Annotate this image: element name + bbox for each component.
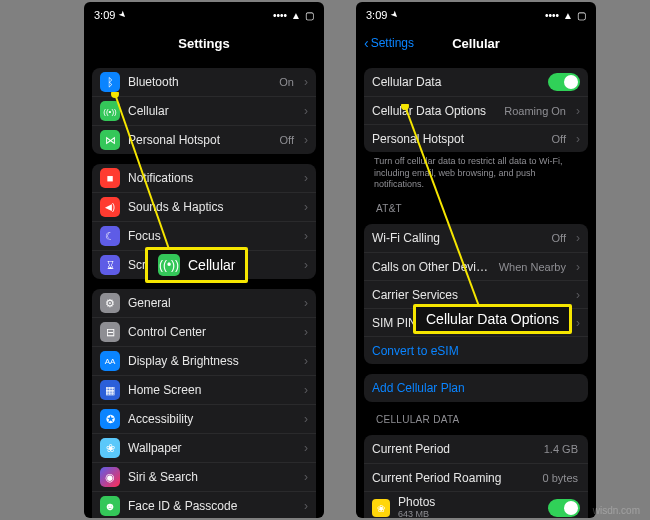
battery-icon: ▢ <box>305 10 314 21</box>
row-calls-other[interactable]: Calls on Other Devices When Nearby › <box>364 252 588 280</box>
signal-icon: •••• <box>273 10 287 21</box>
location-icon: ➤ <box>117 9 130 22</box>
chevron-right-icon: › <box>304 258 308 272</box>
group-att: Wi-Fi Calling Off › Calls on Other Devic… <box>364 224 588 364</box>
cellular-list[interactable]: Cellular Data Cellular Data Options Roam… <box>356 58 596 518</box>
row-personal-hotspot[interactable]: ⋈ Personal Hotspot Off › <box>92 125 316 154</box>
row-display[interactable]: AA Display & Brightness › <box>92 346 316 375</box>
row-general[interactable]: ⚙︎ General › <box>92 289 316 317</box>
navbar: Settings <box>84 28 324 58</box>
settings-list[interactable]: ᛒ Bluetooth On › ((•)) Cellular › ⋈ Pers… <box>84 58 324 518</box>
chevron-right-icon: › <box>576 104 580 118</box>
row-current-roaming[interactable]: Current Period Roaming 0 bytes <box>364 463 588 491</box>
location-icon: ➤ <box>389 9 402 22</box>
home-icon: ▦ <box>100 380 120 400</box>
page-title: Settings <box>178 36 229 51</box>
chevron-right-icon: › <box>304 470 308 484</box>
screentime-icon: ⌛︎ <box>100 255 120 275</box>
chevron-left-icon: ‹ <box>364 36 369 50</box>
cellular-note: Turn off cellular data to restrict all d… <box>364 152 588 191</box>
navbar: ‹ Settings Cellular <box>356 28 596 58</box>
row-cellular[interactable]: ((•)) Cellular › <box>92 96 316 125</box>
cellular-icon: ((•)) <box>158 254 180 276</box>
row-label: Cellular <box>128 104 296 118</box>
bluetooth-icon: ᛒ <box>100 72 120 92</box>
row-cellular-data-options[interactable]: Cellular Data Options Roaming On › <box>364 96 588 124</box>
chevron-right-icon: › <box>576 288 580 302</box>
faceid-icon: ☻ <box>100 496 120 516</box>
row-app-photos[interactable]: ❀ Photos 643 MB <box>364 491 588 518</box>
row-value: On <box>279 76 294 88</box>
sounds-icon: ◀︎) <box>100 197 120 217</box>
row-wallpaper[interactable]: ❀ Wallpaper › <box>92 433 316 462</box>
row-label: Personal Hotspot <box>128 133 272 147</box>
status-time: 3:09 <box>366 9 387 21</box>
notifications-icon: ■ <box>100 168 120 188</box>
page-title: Cellular <box>452 36 500 51</box>
row-bluetooth[interactable]: ᛒ Bluetooth On › <box>92 68 316 96</box>
row-personal-hotspot[interactable]: Personal Hotspot Off › <box>364 124 588 152</box>
row-add-plan[interactable]: Add Cellular Plan <box>364 374 588 402</box>
cellular-data-toggle[interactable] <box>548 73 580 91</box>
row-accessibility[interactable]: ✪ Accessibility › <box>92 404 316 433</box>
group-general: ⚙︎ General › ⊟ Control Center › AA Displ… <box>92 289 316 518</box>
hotspot-icon: ⋈ <box>100 130 120 150</box>
row-convert-esim[interactable]: Convert to eSIM <box>364 336 588 364</box>
group-cellular-main: Cellular Data Cellular Data Options Roam… <box>364 68 588 152</box>
section-att: AT&T <box>376 203 584 214</box>
chevron-right-icon: › <box>576 231 580 245</box>
chevron-right-icon: › <box>304 499 308 513</box>
battery-icon: ▢ <box>577 10 586 21</box>
chevron-right-icon: › <box>304 296 308 310</box>
chevron-right-icon: › <box>304 412 308 426</box>
control-center-icon: ⊟ <box>100 322 120 342</box>
row-home-screen[interactable]: ▦ Home Screen › <box>92 375 316 404</box>
status-bar: 3:09 ➤ •••• ▲ ▢ <box>356 2 596 28</box>
row-faceid[interactable]: ☻ Face ID & Passcode › <box>92 491 316 518</box>
row-value: Off <box>280 134 294 146</box>
wallpaper-icon: ❀ <box>100 438 120 458</box>
callout-cellular-data-options: Cellular Data Options <box>413 304 572 334</box>
chevron-right-icon: › <box>304 104 308 118</box>
status-bar: 3:09 ➤ •••• ▲ ▢ <box>84 2 324 28</box>
display-icon: AA <box>100 351 120 371</box>
chevron-right-icon: › <box>304 354 308 368</box>
status-time: 3:09 <box>94 9 115 21</box>
wifi-icon: ▲ <box>291 10 301 21</box>
callout-cellular: ((•)) Cellular <box>145 247 248 283</box>
row-siri[interactable]: ◉ Siri & Search › <box>92 462 316 491</box>
chevron-right-icon: › <box>304 441 308 455</box>
chevron-right-icon: › <box>304 325 308 339</box>
row-notifications[interactable]: ■ Notifications › <box>92 164 316 192</box>
wifi-icon: ▲ <box>563 10 573 21</box>
gear-icon: ⚙︎ <box>100 293 120 313</box>
chevron-right-icon: › <box>304 383 308 397</box>
chevron-right-icon: › <box>576 260 580 274</box>
siri-icon: ◉ <box>100 467 120 487</box>
chevron-right-icon: › <box>576 132 580 146</box>
chevron-right-icon: › <box>304 75 308 89</box>
phone-cellular: 3:09 ➤ •••• ▲ ▢ ‹ Settings Cellular Cell… <box>356 2 596 518</box>
row-focus[interactable]: ☾ Focus › <box>92 221 316 250</box>
cellular-icon: ((•)) <box>100 101 120 121</box>
chevron-right-icon: › <box>304 200 308 214</box>
row-current-period[interactable]: Current Period 1.4 GB <box>364 435 588 463</box>
photos-toggle[interactable] <box>548 499 580 517</box>
signal-icon: •••• <box>545 10 559 21</box>
row-wifi-calling[interactable]: Wi-Fi Calling Off › <box>364 224 588 252</box>
group-add-plan: Add Cellular Plan <box>364 374 588 402</box>
group-connectivity: ᛒ Bluetooth On › ((•)) Cellular › ⋈ Pers… <box>92 68 316 154</box>
photos-app-icon: ❀ <box>372 499 390 517</box>
chevron-right-icon: › <box>304 133 308 147</box>
row-cellular-data[interactable]: Cellular Data <box>364 68 588 96</box>
chevron-right-icon: › <box>304 171 308 185</box>
row-label: Bluetooth <box>128 75 271 89</box>
row-sounds[interactable]: ◀︎) Sounds & Haptics › <box>92 192 316 221</box>
accessibility-icon: ✪ <box>100 409 120 429</box>
back-button[interactable]: ‹ Settings <box>364 36 414 50</box>
row-control-center[interactable]: ⊟ Control Center › <box>92 317 316 346</box>
focus-icon: ☾ <box>100 226 120 246</box>
group-usage: Current Period 1.4 GB Current Period Roa… <box>364 435 588 518</box>
chevron-right-icon: › <box>576 316 580 330</box>
chevron-right-icon: › <box>304 229 308 243</box>
